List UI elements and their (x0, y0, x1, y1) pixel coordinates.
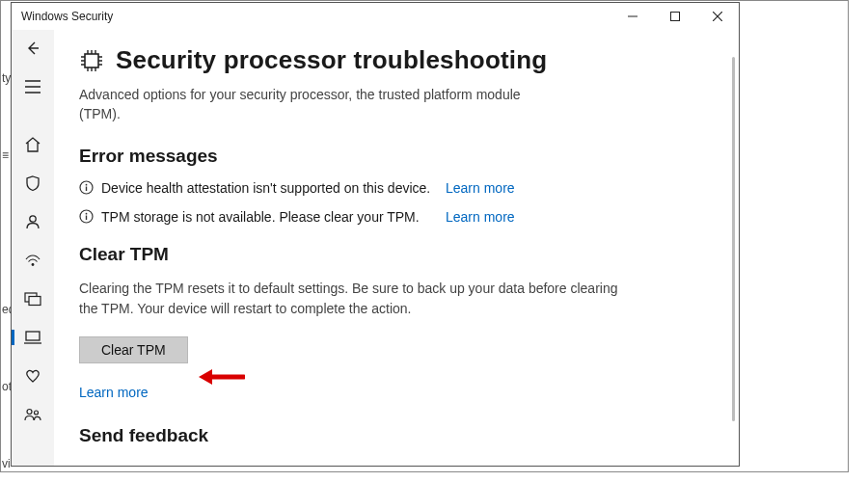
svg-point-1 (30, 216, 36, 222)
minimize-button[interactable] (611, 3, 654, 30)
page-title: Security processor troubleshooting (116, 45, 547, 75)
sidebar (12, 30, 54, 466)
chip-icon (79, 48, 104, 73)
network-icon (23, 253, 42, 268)
error-text: Device health attestation isn't supporte… (101, 180, 430, 196)
svg-point-7 (35, 411, 39, 415)
sidebar-item-home[interactable] (12, 132, 54, 157)
error-text: TPM storage is not available. Please cle… (101, 209, 420, 225)
feedback-heading: Send feedback (79, 425, 696, 446)
info-icon (79, 209, 94, 224)
back-button[interactable] (12, 36, 54, 61)
svg-rect-5 (26, 332, 40, 340)
home-icon (24, 136, 41, 153)
clear-tpm-heading: Clear TPM (79, 244, 696, 265)
titlebar: Windows Security (12, 3, 739, 30)
svg-rect-4 (29, 297, 41, 306)
clear-tpm-description: Clearing the TPM resets it to default se… (79, 279, 619, 319)
minimize-icon (628, 12, 637, 21)
svg-point-13 (86, 213, 88, 215)
svg-point-2 (32, 263, 35, 266)
app-browser-icon (24, 291, 41, 307)
page-subtitle: Advanced options for your security proce… (79, 85, 561, 124)
svg-rect-14 (86, 216, 87, 221)
svg-point-10 (86, 184, 88, 186)
svg-point-6 (27, 410, 32, 415)
learn-more-link[interactable]: Learn more (446, 180, 515, 196)
arrow-left-icon (24, 40, 41, 57)
close-button[interactable] (696, 3, 739, 30)
clear-tpm-button[interactable]: Clear TPM (79, 336, 188, 363)
sidebar-item-family[interactable] (12, 402, 54, 427)
scrollbar[interactable] (732, 57, 735, 421)
errors-heading: Error messages (79, 146, 696, 167)
people-icon (23, 407, 42, 422)
sidebar-item-firewall[interactable] (12, 248, 54, 273)
learn-more-link[interactable]: Learn more (446, 209, 515, 225)
app-window: Windows Security (11, 2, 740, 467)
error-row: TPM storage is not available. Please cle… (79, 209, 619, 225)
shield-icon (24, 174, 41, 192)
sidebar-item-app-browser[interactable] (12, 286, 54, 311)
info-icon (79, 180, 94, 195)
content-area: Security processor troubleshooting Advan… (54, 30, 739, 466)
svg-rect-8 (85, 54, 98, 67)
maximize-icon (670, 12, 680, 21)
maximize-button[interactable] (654, 3, 696, 30)
sidebar-item-performance-health[interactable] (12, 363, 54, 388)
sidebar-item-account[interactable] (12, 209, 54, 234)
close-icon (713, 12, 722, 21)
learn-more-link[interactable]: Learn more (79, 385, 149, 400)
sidebar-item-virus-threat[interactable] (12, 171, 54, 196)
svg-rect-0 (671, 13, 680, 21)
menu-button[interactable] (12, 74, 54, 99)
hamburger-icon (25, 80, 41, 94)
heart-icon (24, 368, 41, 384)
error-row: Device health attestation isn't supporte… (79, 180, 619, 196)
device-icon (24, 331, 41, 344)
window-title: Windows Security (21, 10, 113, 23)
svg-rect-11 (86, 187, 87, 192)
sidebar-item-device-security[interactable] (12, 325, 54, 350)
person-icon (24, 213, 41, 230)
